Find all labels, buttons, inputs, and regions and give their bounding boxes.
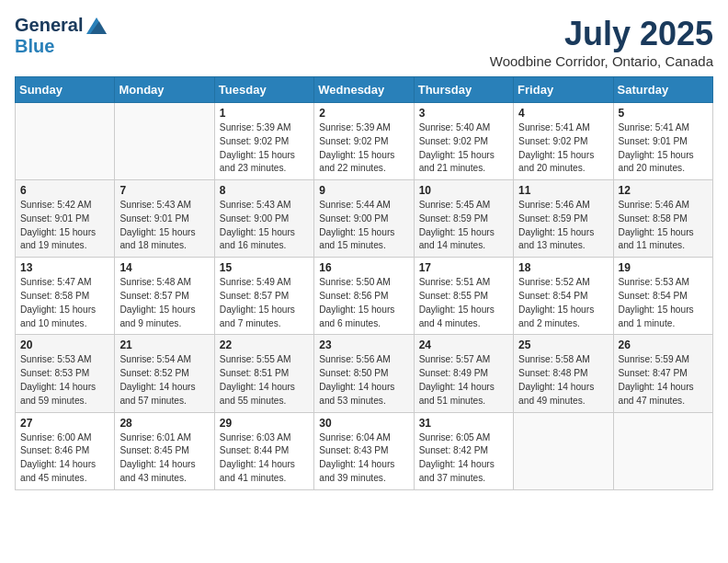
calendar-cell: 20Sunrise: 5:53 AM Sunset: 8:53 PM Dayli… bbox=[16, 335, 115, 412]
day-number: 6 bbox=[20, 184, 109, 197]
calendar-cell: 11Sunrise: 5:46 AM Sunset: 8:59 PM Dayli… bbox=[514, 180, 613, 258]
day-of-week-monday: Monday bbox=[115, 77, 214, 103]
day-detail: Sunrise: 5:59 AM Sunset: 8:47 PM Dayligh… bbox=[619, 353, 708, 408]
day-number: 1 bbox=[220, 107, 309, 120]
calendar-cell: 10Sunrise: 5:45 AM Sunset: 8:59 PM Dayli… bbox=[414, 180, 513, 258]
day-detail: Sunrise: 5:56 AM Sunset: 8:50 PM Dayligh… bbox=[319, 353, 408, 408]
day-number: 13 bbox=[20, 261, 109, 274]
day-number: 18 bbox=[518, 261, 608, 274]
calendar-cell: 8Sunrise: 5:43 AM Sunset: 9:00 PM Daylig… bbox=[214, 180, 313, 258]
day-detail: Sunrise: 5:41 AM Sunset: 9:02 PM Dayligh… bbox=[518, 121, 608, 176]
logo: General Blue bbox=[15, 15, 107, 57]
day-detail: Sunrise: 5:47 AM Sunset: 8:58 PM Dayligh… bbox=[20, 276, 109, 330]
calendar-cell: 18Sunrise: 5:52 AM Sunset: 8:54 PM Dayli… bbox=[514, 258, 613, 335]
calendar-cell: 16Sunrise: 5:50 AM Sunset: 8:56 PM Dayli… bbox=[314, 258, 414, 335]
day-detail: Sunrise: 6:00 AM Sunset: 8:46 PM Dayligh… bbox=[20, 431, 109, 486]
day-number: 3 bbox=[419, 107, 508, 120]
day-of-week-saturday: Saturday bbox=[613, 77, 712, 103]
calendar-cell: 22Sunrise: 5:55 AM Sunset: 8:51 PM Dayli… bbox=[214, 335, 313, 412]
day-detail: Sunrise: 5:57 AM Sunset: 8:49 PM Dayligh… bbox=[419, 353, 508, 408]
day-number: 26 bbox=[619, 339, 708, 351]
calendar-cell: 29Sunrise: 6:03 AM Sunset: 8:44 PM Dayli… bbox=[214, 412, 313, 489]
day-number: 8 bbox=[220, 184, 309, 197]
day-detail: Sunrise: 5:42 AM Sunset: 9:01 PM Dayligh… bbox=[20, 199, 109, 253]
day-number: 31 bbox=[419, 417, 508, 430]
calendar-cell: 4Sunrise: 5:41 AM Sunset: 9:02 PM Daylig… bbox=[514, 103, 613, 180]
day-detail: Sunrise: 5:43 AM Sunset: 9:01 PM Dayligh… bbox=[119, 199, 209, 253]
day-number: 10 bbox=[419, 184, 508, 197]
day-detail: Sunrise: 5:52 AM Sunset: 8:54 PM Dayligh… bbox=[518, 276, 608, 330]
day-detail: Sunrise: 5:39 AM Sunset: 9:02 PM Dayligh… bbox=[220, 121, 309, 176]
day-number: 29 bbox=[220, 417, 309, 430]
calendar-week-row: 27Sunrise: 6:00 AM Sunset: 8:46 PM Dayli… bbox=[16, 412, 713, 489]
day-of-week-wednesday: Wednesday bbox=[314, 77, 414, 103]
day-number: 17 bbox=[419, 261, 508, 274]
day-detail: Sunrise: 5:46 AM Sunset: 8:59 PM Dayligh… bbox=[518, 199, 608, 253]
logo-blue-text: Blue bbox=[15, 36, 54, 57]
calendar-cell: 12Sunrise: 5:46 AM Sunset: 8:58 PM Dayli… bbox=[613, 180, 712, 258]
day-number: 25 bbox=[518, 339, 608, 351]
day-number: 22 bbox=[220, 339, 309, 351]
page-header: General Blue July 2025 Woodbine Corridor… bbox=[15, 15, 713, 69]
day-number: 16 bbox=[319, 261, 408, 274]
day-detail: Sunrise: 5:45 AM Sunset: 8:59 PM Dayligh… bbox=[419, 199, 508, 253]
day-of-week-tuesday: Tuesday bbox=[214, 77, 313, 103]
day-number: 24 bbox=[419, 339, 508, 351]
day-number: 9 bbox=[319, 184, 408, 197]
day-number: 7 bbox=[119, 184, 209, 197]
calendar-cell: 5Sunrise: 5:41 AM Sunset: 9:01 PM Daylig… bbox=[613, 103, 712, 180]
day-detail: Sunrise: 5:41 AM Sunset: 9:01 PM Dayligh… bbox=[619, 121, 708, 176]
day-number: 15 bbox=[220, 261, 309, 274]
calendar-cell bbox=[16, 103, 115, 180]
title-block: July 2025 Woodbine Corridor, Ontario, Ca… bbox=[490, 15, 713, 69]
day-detail: Sunrise: 5:43 AM Sunset: 9:00 PM Dayligh… bbox=[220, 199, 309, 253]
logo-icon bbox=[86, 17, 107, 34]
calendar-week-row: 20Sunrise: 5:53 AM Sunset: 8:53 PM Dayli… bbox=[16, 335, 713, 412]
day-number: 21 bbox=[119, 339, 209, 351]
day-number: 19 bbox=[619, 261, 708, 274]
day-detail: Sunrise: 5:53 AM Sunset: 8:54 PM Dayligh… bbox=[619, 276, 708, 330]
day-detail: Sunrise: 5:55 AM Sunset: 8:51 PM Dayligh… bbox=[220, 353, 309, 408]
day-detail: Sunrise: 6:04 AM Sunset: 8:43 PM Dayligh… bbox=[319, 431, 408, 486]
day-of-week-thursday: Thursday bbox=[414, 77, 513, 103]
calendar-cell: 15Sunrise: 5:49 AM Sunset: 8:57 PM Dayli… bbox=[214, 258, 313, 335]
day-number: 27 bbox=[20, 417, 109, 430]
day-number: 12 bbox=[619, 184, 708, 197]
day-number: 2 bbox=[319, 107, 408, 120]
calendar-cell: 25Sunrise: 5:58 AM Sunset: 8:48 PM Dayli… bbox=[514, 335, 613, 412]
calendar-cell bbox=[514, 412, 613, 489]
calendar-cell bbox=[115, 103, 214, 180]
location-text: Woodbine Corridor, Ontario, Canada bbox=[490, 53, 713, 69]
calendar-week-row: 13Sunrise: 5:47 AM Sunset: 8:58 PM Dayli… bbox=[16, 258, 713, 335]
calendar-cell: 27Sunrise: 6:00 AM Sunset: 8:46 PM Dayli… bbox=[16, 412, 115, 489]
calendar-cell: 2Sunrise: 5:39 AM Sunset: 9:02 PM Daylig… bbox=[314, 103, 414, 180]
calendar-cell: 1Sunrise: 5:39 AM Sunset: 9:02 PM Daylig… bbox=[214, 103, 313, 180]
calendar-cell: 30Sunrise: 6:04 AM Sunset: 8:43 PM Dayli… bbox=[314, 412, 414, 489]
day-detail: Sunrise: 6:01 AM Sunset: 8:45 PM Dayligh… bbox=[119, 431, 209, 486]
calendar-week-row: 1Sunrise: 5:39 AM Sunset: 9:02 PM Daylig… bbox=[16, 103, 713, 180]
day-number: 11 bbox=[518, 184, 608, 197]
day-detail: Sunrise: 5:40 AM Sunset: 9:02 PM Dayligh… bbox=[419, 121, 508, 176]
calendar-week-row: 6Sunrise: 5:42 AM Sunset: 9:01 PM Daylig… bbox=[16, 180, 713, 258]
day-detail: Sunrise: 5:58 AM Sunset: 8:48 PM Dayligh… bbox=[518, 353, 608, 408]
day-detail: Sunrise: 5:48 AM Sunset: 8:57 PM Dayligh… bbox=[119, 276, 209, 330]
calendar-cell: 3Sunrise: 5:40 AM Sunset: 9:02 PM Daylig… bbox=[414, 103, 513, 180]
calendar-cell: 7Sunrise: 5:43 AM Sunset: 9:01 PM Daylig… bbox=[115, 180, 214, 258]
day-number: 23 bbox=[319, 339, 408, 351]
day-detail: Sunrise: 5:54 AM Sunset: 8:52 PM Dayligh… bbox=[119, 353, 209, 408]
calendar-cell: 21Sunrise: 5:54 AM Sunset: 8:52 PM Dayli… bbox=[115, 335, 214, 412]
calendar-cell: 23Sunrise: 5:56 AM Sunset: 8:50 PM Dayli… bbox=[314, 335, 414, 412]
calendar-cell: 6Sunrise: 5:42 AM Sunset: 9:01 PM Daylig… bbox=[16, 180, 115, 258]
calendar-cell: 31Sunrise: 6:05 AM Sunset: 8:42 PM Dayli… bbox=[414, 412, 513, 489]
day-detail: Sunrise: 5:44 AM Sunset: 9:00 PM Dayligh… bbox=[319, 199, 408, 253]
day-detail: Sunrise: 5:51 AM Sunset: 8:55 PM Dayligh… bbox=[419, 276, 508, 330]
calendar-cell bbox=[613, 412, 712, 489]
day-number: 4 bbox=[518, 107, 608, 120]
calendar-cell: 24Sunrise: 5:57 AM Sunset: 8:49 PM Dayli… bbox=[414, 335, 513, 412]
day-number: 14 bbox=[119, 261, 209, 274]
calendar-cell: 14Sunrise: 5:48 AM Sunset: 8:57 PM Dayli… bbox=[115, 258, 214, 335]
day-detail: Sunrise: 5:53 AM Sunset: 8:53 PM Dayligh… bbox=[20, 353, 109, 408]
calendar-cell: 19Sunrise: 5:53 AM Sunset: 8:54 PM Dayli… bbox=[613, 258, 712, 335]
calendar-header-row: SundayMondayTuesdayWednesdayThursdayFrid… bbox=[16, 77, 713, 103]
day-detail: Sunrise: 6:03 AM Sunset: 8:44 PM Dayligh… bbox=[220, 431, 309, 486]
